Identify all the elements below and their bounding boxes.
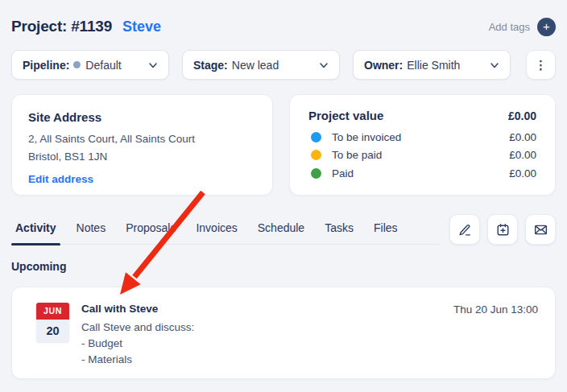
add-tags-label: Add tags xyxy=(489,21,530,33)
title-wrap: Project: #1139 Steve xyxy=(11,18,161,35)
tab-notes[interactable]: Notes xyxy=(72,214,110,244)
address-line-1: 2, All Saints Court, All Saints Court xyxy=(28,130,256,148)
pen-icon xyxy=(457,222,473,237)
owner-label: Owner: xyxy=(364,59,403,72)
event-body: Call with Steve Call Steve and discuss: … xyxy=(81,303,194,368)
value-row-to-be-paid: To be paid £0.00 xyxy=(308,146,536,165)
value-row-to-be-invoiced: To be invoiced £0.00 xyxy=(308,128,536,146)
value-row-amount: £0.00 xyxy=(509,131,536,143)
tab-invoices[interactable]: Invoices xyxy=(192,214,241,244)
calendar-plus-icon xyxy=(495,222,511,237)
pipeline-color-dot xyxy=(73,61,81,68)
add-tags-button[interactable]: + xyxy=(537,18,556,36)
event-datetime: Thu 20 Jun 13:00 xyxy=(453,303,538,316)
more-options-button[interactable]: ⋮ xyxy=(526,50,556,80)
event-month: JUN xyxy=(36,303,69,320)
send-email-button[interactable] xyxy=(525,214,556,245)
value-row-label: To be invoiced xyxy=(332,131,401,143)
chevron-down-icon xyxy=(147,60,159,71)
tab-bar: Activity Notes Proposals Invoices Schedu… xyxy=(11,214,439,245)
event-description-line: - Budget xyxy=(81,336,194,352)
upcoming-heading: Upcoming xyxy=(11,260,556,273)
chevron-down-icon xyxy=(318,60,329,71)
value-row-amount: £0.00 xyxy=(509,167,536,179)
value-row-label: Paid xyxy=(332,167,354,179)
event-card[interactable]: JUN 20 Call with Steve Call Steve and di… xyxy=(11,287,556,379)
owner-value: Ellie Smith xyxy=(407,59,460,72)
invoiced-color-dot xyxy=(311,132,321,142)
activity-actions xyxy=(449,214,556,245)
value-row-paid: Paid £0.00 xyxy=(308,164,536,183)
page-title: Project: #1139 xyxy=(11,18,112,35)
chevron-down-icon xyxy=(489,60,500,71)
event-date-badge: JUN 20 xyxy=(36,303,69,342)
project-value-title: Project value xyxy=(308,109,383,122)
pipeline-select[interactable]: Pipeline: Default xyxy=(11,50,169,80)
event-description-line: Call Steve and discuss: xyxy=(81,320,194,336)
value-row-amount: £0.00 xyxy=(509,149,536,161)
envelope-icon xyxy=(533,222,548,237)
pipeline-label: Pipeline: xyxy=(23,59,69,72)
site-address-card: Site Address 2, All Saints Court, All Sa… xyxy=(11,94,273,196)
add-note-button[interactable] xyxy=(449,214,480,245)
tab-activity[interactable]: Activity xyxy=(11,214,60,244)
pipeline-value: Default xyxy=(85,59,121,72)
paid-color-dot xyxy=(311,168,321,179)
project-page: Project: #1139 Steve Add tags + Pipeline… xyxy=(0,0,567,379)
project-value-card: Project value £0.00 To be invoiced £0.00… xyxy=(289,94,556,196)
info-cards: Site Address 2, All Saints Court, All Sa… xyxy=(11,94,556,196)
project-value-total: £0.00 xyxy=(508,109,536,122)
stage-value: New lead xyxy=(232,59,279,72)
project-value-header: Project value £0.00 xyxy=(308,109,536,122)
event-description-line: - Materials xyxy=(81,352,194,368)
tab-proposals[interactable]: Proposals xyxy=(122,214,180,244)
contact-link[interactable]: Steve xyxy=(122,19,161,35)
address-line-2: Bristol, BS1 1JN xyxy=(28,148,256,166)
add-event-button[interactable] xyxy=(487,214,518,245)
site-address-title: Site Address xyxy=(28,110,256,124)
tab-schedule[interactable]: Schedule xyxy=(254,214,308,244)
to-be-paid-color-dot xyxy=(311,150,321,160)
plus-icon: + xyxy=(543,18,550,35)
owner-select[interactable]: Owner: Ellie Smith xyxy=(353,50,511,80)
header: Project: #1139 Steve Add tags + xyxy=(11,17,556,36)
stage-label: Stage: xyxy=(193,59,228,72)
event-day: 20 xyxy=(36,320,69,342)
edit-address-link[interactable]: Edit address xyxy=(28,173,93,185)
event-title: Call with Steve xyxy=(81,303,194,315)
kebab-icon: ⋮ xyxy=(535,58,547,72)
stage-select[interactable]: Stage: New lead xyxy=(182,50,340,80)
add-tags: Add tags + xyxy=(489,18,556,36)
value-row-label: To be paid xyxy=(332,149,382,161)
filter-bar: Pipeline: Default Stage: New lead Owner:… xyxy=(11,50,556,80)
tabs-row: Activity Notes Proposals Invoices Schedu… xyxy=(11,214,556,245)
tab-files[interactable]: Files xyxy=(370,214,402,244)
tab-tasks[interactable]: Tasks xyxy=(321,214,358,244)
